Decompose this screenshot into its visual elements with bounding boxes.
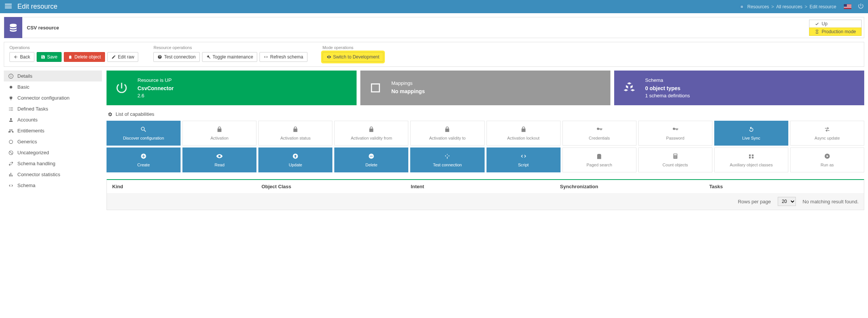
refresh-icon [748,126,755,134]
eye-icon [327,55,331,59]
capability-script[interactable]: Script [487,147,561,172]
key-icon [672,126,679,134]
sidebar-item-basic[interactable]: Basic [4,81,102,92]
capability-run-as[interactable]: Run as [790,147,864,172]
capability-auxiliary-object-classes[interactable]: Auxiliary object classes [714,147,788,172]
capability-activation-validity-to[interactable]: Activation validity to [410,121,484,146]
capability-count-objects[interactable]: Count objects [638,147,712,172]
card-line1: 0 object types [645,85,690,91]
sidebar-item-label: Generics [17,139,37,144]
aux-icon [748,153,755,160]
capabilities-header: List of capabilities [107,111,864,117]
card-version: 2.6 [137,93,174,98]
minus-icon [368,153,375,160]
breadcrumb-item[interactable]: Resources [748,4,769,9]
th-sync: Synchronization [560,184,709,189]
sidebar-item-accounts[interactable]: Accounts [4,114,102,125]
schema-card[interactable]: Schema 0 object types 1 schema definitio… [614,71,864,105]
capability-delete[interactable]: Delete [334,147,408,172]
card-title: Resource is UP [137,77,174,83]
th-intent: Intent [411,184,560,189]
svg-point-14 [674,157,675,158]
object-types-table: Kind Object Class Intent Synchronization… [107,179,864,210]
capability-discover-configuration[interactable]: Discover configuration [107,121,181,146]
capability-activation[interactable]: Activation [182,121,256,146]
up-icon [292,153,299,160]
circle-icon [8,84,14,90]
locale-flag-icon[interactable] [844,4,851,9]
sidebar-item-connector-configuration[interactable]: Connector configuration [4,92,102,103]
sidebar-item-generics[interactable]: Generics [4,136,102,147]
capability-password[interactable]: Password [638,121,712,146]
capability-activation-validity-from[interactable]: Activation validity from [334,121,408,146]
capabilities-header-label: List of capabilities [116,111,154,117]
sidebar-item-schema[interactable]: Schema [4,180,102,191]
svg-point-16 [676,157,676,158]
topbar: Edit resource Resources > All resources … [0,0,868,13]
back-label: Back [20,54,30,60]
edit-raw-button[interactable]: Edit raw [107,52,138,62]
capability-update[interactable]: Update [258,147,332,172]
lock-icon [520,126,527,134]
capability-label: Password [666,136,684,140]
capability-create[interactable]: Create [107,147,181,172]
menu-toggle-icon[interactable] [4,2,13,12]
sidebar-item-connector-statistics[interactable]: Connector statistics [4,169,102,180]
breadcrumb-item[interactable]: Edit resource [809,4,836,9]
rows-per-page-label: Rows per page [738,199,771,204]
svg-point-12 [675,156,676,157]
mappings-card[interactable]: Mappings No mappings [360,71,610,105]
svg-point-11 [674,156,675,157]
breadcrumb-item[interactable]: All resources [776,4,802,9]
save-button[interactable]: Save [37,52,62,62]
capability-read[interactable]: Read [182,147,256,172]
capability-test-connection[interactable]: Test connection [410,147,484,172]
wrench-icon [206,55,211,59]
sidebar-item-label: Schema handling [17,161,55,166]
capability-activation-status[interactable]: Activation status [258,121,332,146]
code-icon [264,55,268,59]
sidebar-item-schema-handling[interactable]: Schema handling [4,158,102,169]
signal-icon [444,153,451,160]
resource-status-pills: Up Production mode [809,20,862,36]
rows-per-page-select[interactable]: 20 [778,197,796,206]
power-icon [113,80,130,96]
ops-group-operations: Operations Back Save Delete object Edit … [9,45,138,62]
toggle-maintenance-label: Toggle maintenance [213,54,253,60]
test-connection-button[interactable]: Test connection [153,52,199,62]
sidebar: DetailsBasicConnector configurationDefin… [4,71,102,210]
plug-icon [8,95,14,101]
calc-icon [672,153,679,160]
resource-status-card[interactable]: Resource is UP CsvConnector 2.6 [107,71,357,105]
resource-header: CSV resource Up Production mode [4,17,864,38]
th-kind: Kind [112,184,261,189]
sidebar-item-label: Details [17,73,32,79]
refresh-schema-button[interactable]: Refresh schema [259,52,307,62]
svg-line-4 [9,151,12,154]
status-up-pill: Up [809,20,862,28]
ops-group-resource: Resource operations Test connection Togg… [153,45,307,62]
key-icon [596,126,603,134]
logout-icon[interactable] [857,3,864,11]
back-button[interactable]: Back [9,52,34,62]
card-connector: CsvConnector [137,85,174,91]
status-up-label: Up [822,21,827,26]
switch-dev-button[interactable]: Switch to Development [323,52,384,62]
summary-cards: Resource is UP CsvConnector 2.6 Mappings… [107,71,864,105]
sidebar-item-label: Uncategorized [17,150,49,155]
pages-icon [596,153,603,160]
sidebar-item-entitlements[interactable]: Entitlements [4,125,102,136]
delete-object-button[interactable]: Delete object [64,52,105,62]
capability-credentials[interactable]: Credentials [562,121,636,146]
capability-activation-lockout[interactable]: Activation lockout [487,121,561,146]
capability-async-update[interactable]: Async update [790,121,864,146]
ops-group-mode: Mode operations Switch to Development [323,45,384,62]
sidebar-item-uncategorized[interactable]: Uncategorized [4,147,102,158]
capability-live-sync[interactable]: Live Sync [714,121,788,146]
pencil-icon [111,55,116,59]
sidebar-item-details[interactable]: Details [4,71,102,81]
table-empty-text: No matching result found. [803,199,859,204]
capability-paged-search[interactable]: Paged search [562,147,636,172]
toggle-maintenance-button[interactable]: Toggle maintenance [202,52,257,62]
sidebar-item-defined-tasks[interactable]: Defined Tasks [4,103,102,114]
